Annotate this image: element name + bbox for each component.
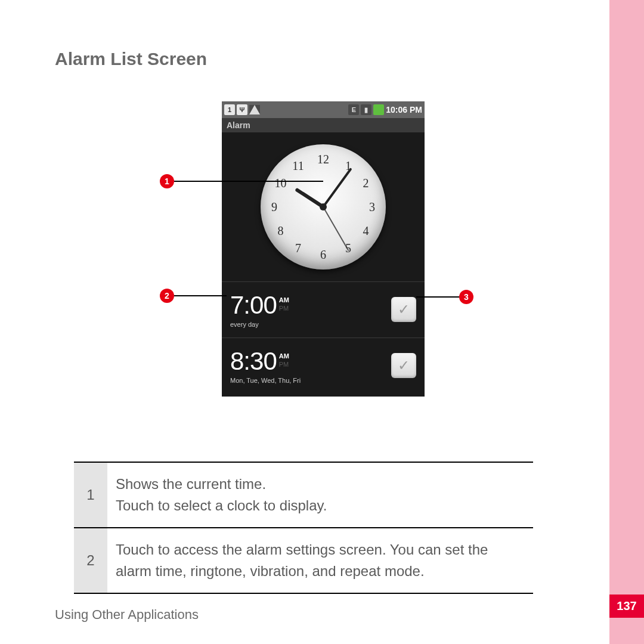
alarm-toggle-checkbox[interactable]: ✓ bbox=[391, 297, 416, 322]
clock-num-1: 1 bbox=[345, 159, 351, 172]
clock-center-dot bbox=[320, 203, 327, 210]
status-right-icons: E ▮ 10:06 PM bbox=[348, 104, 422, 115]
callout-line-3 bbox=[416, 296, 459, 298]
usb-icon: Ψ bbox=[237, 104, 247, 115]
callout-line-2 bbox=[174, 295, 227, 296]
clock-num-11: 11 bbox=[292, 159, 304, 172]
am-label: AM bbox=[279, 296, 289, 304]
minute-hand bbox=[322, 168, 352, 208]
footer-chapter-label: Using Other Applications bbox=[55, 607, 199, 623]
callout-badge-1: 1 bbox=[160, 174, 174, 188]
alarm-ampm: AM PM bbox=[279, 352, 289, 369]
clock-num-2: 2 bbox=[363, 177, 369, 190]
pm-label: PM bbox=[279, 360, 289, 369]
alarm-time: 7:00 AM PM bbox=[230, 291, 289, 320]
status-left-icons: 1 Ψ bbox=[224, 104, 260, 115]
alarm-repeat: every day bbox=[230, 321, 289, 328]
section-heading: Alarm List Screen bbox=[55, 49, 207, 69]
app-title-bar: Alarm bbox=[222, 118, 425, 132]
alarm-info: 8:30 AM PM Mon, Tue, Wed, Thu, Fri bbox=[230, 347, 301, 384]
am-label: AM bbox=[279, 352, 289, 360]
page-content: Alarm List Screen 1 Ψ E ▮ 10:06 PM Alarm bbox=[0, 0, 609, 644]
clock-num-7: 7 bbox=[295, 242, 301, 255]
clock-num-9: 9 bbox=[271, 200, 277, 214]
page-number-badge: 137 bbox=[609, 595, 644, 618]
warning-icon bbox=[249, 105, 260, 114]
signal-icon: ▮ bbox=[361, 104, 371, 115]
pm-label: PM bbox=[279, 304, 289, 312]
alarm-list-item[interactable]: 7:00 AM PM every day ✓ bbox=[222, 281, 425, 338]
status-time: 10:06 PM bbox=[386, 105, 422, 114]
clock-num-3: 3 bbox=[369, 200, 375, 214]
analog-clock-face: 12 1 2 3 4 5 6 7 8 9 10 11 bbox=[261, 144, 386, 270]
alarm-time: 8:30 AM PM bbox=[230, 347, 301, 376]
alarm-time-digits: 7:00 bbox=[230, 291, 277, 320]
alarm-repeat: Mon, Tue, Wed, Thu, Fri bbox=[230, 377, 301, 384]
alarm-time-digits: 8:30 bbox=[230, 347, 277, 376]
app-title: Alarm bbox=[227, 120, 250, 130]
callout-badge-2: 2 bbox=[160, 289, 174, 303]
alarm-toggle-checkbox[interactable]: ✓ bbox=[391, 353, 416, 378]
clock-num-6: 6 bbox=[320, 247, 326, 261]
phone-screenshot: 1 Ψ E ▮ 10:06 PM Alarm 12 1 bbox=[222, 101, 425, 397]
sim-icon: 1 bbox=[224, 104, 235, 115]
alarm-ampm: AM PM bbox=[279, 296, 289, 312]
clock-num-10: 10 bbox=[275, 177, 287, 190]
alarm-info: 7:00 AM PM every day bbox=[230, 291, 289, 328]
table-desc-cell: Touch to access the alarm settings scree… bbox=[107, 528, 533, 593]
battery-icon bbox=[373, 104, 384, 115]
network-e-icon: E bbox=[348, 104, 359, 115]
side-tab-bar: 137 bbox=[609, 0, 644, 644]
table-desc-cell: Shows the current time.Touch to select a… bbox=[107, 463, 533, 527]
callout-table: 1 Shows the current time.Touch to select… bbox=[74, 462, 533, 594]
clock-num-5: 5 bbox=[345, 242, 351, 255]
clock-num-8: 8 bbox=[278, 224, 284, 237]
table-row: 1 Shows the current time.Touch to select… bbox=[74, 462, 533, 527]
table-row: 2 Touch to access the alarm settings scr… bbox=[74, 527, 533, 594]
table-num-cell: 2 bbox=[74, 528, 107, 593]
clock-num-12: 12 bbox=[317, 153, 329, 166]
table-num-cell: 1 bbox=[74, 463, 107, 527]
callout-line-1 bbox=[174, 181, 323, 182]
status-bar: 1 Ψ E ▮ 10:06 PM bbox=[222, 101, 425, 118]
alarm-list-item[interactable]: 8:30 AM PM Mon, Tue, Wed, Thu, Fri ✓ bbox=[222, 338, 425, 394]
callout-badge-3: 3 bbox=[459, 290, 473, 304]
clock-display-area[interactable]: 12 1 2 3 4 5 6 7 8 9 10 11 bbox=[222, 132, 425, 281]
clock-num-4: 4 bbox=[363, 224, 369, 237]
